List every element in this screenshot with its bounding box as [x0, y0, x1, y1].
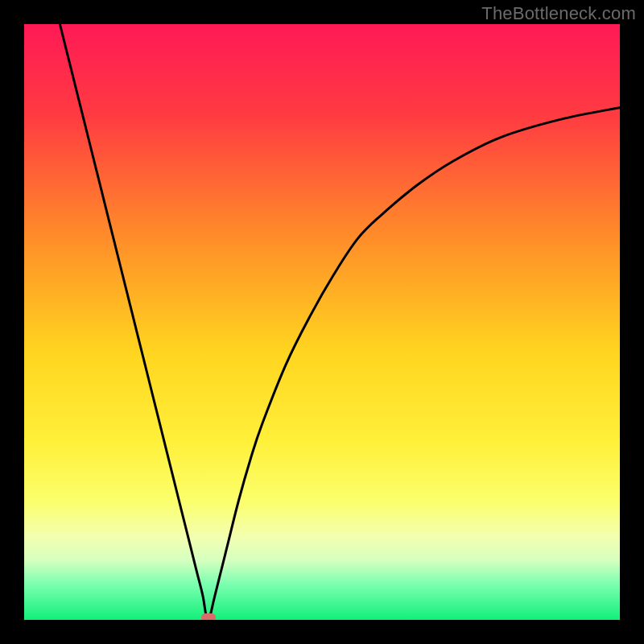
chart-container: TheBottleneck.com	[0, 0, 644, 644]
plot-area	[24, 24, 620, 620]
min-marker	[201, 613, 216, 620]
line-curve	[24, 24, 620, 620]
watermark-text: TheBottleneck.com	[481, 3, 636, 24]
